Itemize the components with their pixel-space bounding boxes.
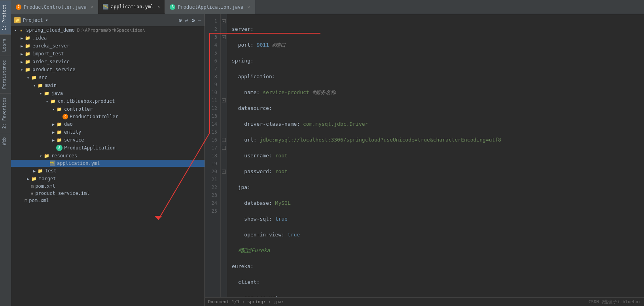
code-line-7: driver-class-name: com.mysql.jdbc.Driver [232,120,639,128]
xml-file-icon: m [31,183,34,189]
tab-close-icon[interactable]: ✕ [248,5,250,9]
code-line-18: service-url: [232,294,639,297]
add-icon[interactable]: ⊕ [178,17,182,23]
fold-16[interactable]: − [221,136,227,144]
tree-item-cn-package[interactable]: ▾ 📁 cn.itbluebox.product [11,97,205,105]
code-editor[interactable]: server: port: 9011 #端口 spring: applicati… [227,14,644,297]
tree-label: cn.itbluebox.product [58,98,115,104]
code-line-13: show-sql: true [232,215,639,223]
yaml-key: spring: [232,58,254,64]
breadcrumb-bar: Document 1/1 › spring: › jpa: CSDN @蓝盒子i… [205,297,644,306]
code-line-15: #配置Eureka [232,247,639,255]
fold-17[interactable]: − [221,144,227,152]
fold-3[interactable]: − [221,33,227,41]
iml-file-icon: ▪ [31,191,34,196]
code-line-8: url: jdbc:mysql://localhost:3306/springc… [232,136,639,144]
tree-arrow: ▶ [19,43,25,49]
tree-item-src[interactable]: ▾ 📁 src [11,74,205,81]
tree-spacer [19,198,25,203]
line-num-10: 10 [205,89,220,96]
tab-product-controller[interactable]: C ProductController.java ✕ [11,0,98,14]
fold-icon: − [222,146,226,150]
minimize-icon[interactable]: — [198,17,201,23]
tree-label: java [51,91,63,96]
tree-spacer [25,183,31,189]
tree-item-resources[interactable]: ▾ 📁 resources [11,152,205,160]
tab-close-active-icon[interactable]: ✕ [157,4,160,9]
fold-20[interactable]: − [221,168,227,176]
tree-item-dao[interactable]: ▶ 📁 dao [11,120,205,128]
fold-18 [221,152,227,160]
yaml-key: password: [232,168,275,174]
tree-item-pom-product[interactable]: m pom.xml [11,183,205,190]
tree-item-order[interactable]: ▶ 📁 order_service [11,58,205,66]
tree-item-application-yml[interactable]: YML application.yml [11,160,205,167]
tree-root[interactable]: ▾ ▪ spring_cloud_demo D:\AProgramWorkSpa… [11,26,205,34]
sidebar-tab-persistence[interactable]: Persistence [0,56,11,93]
yaml-key: port: [232,42,257,48]
sidebar-tab-favorites[interactable]: 2: Favorites [0,93,11,132]
code-line-16: eureka: [232,263,639,270]
yaml-key: database: [232,200,275,206]
settings-icon[interactable]: ⚙ [191,17,195,23]
collapse-icon[interactable]: ⇌ [185,17,188,23]
code-line-5: name: service-product #服务名称 [232,89,639,96]
folder-icon-service: 📁 [56,137,63,143]
folder-icon-root: ▪ [18,27,25,33]
tree-label: pom.xml [29,198,49,203]
tree-item-java[interactable]: ▾ 📁 java [11,89,205,97]
vertical-sidebar: 1: Project Learn Persistence 2: Favorite… [0,0,11,306]
project-panel: 📁 Project ▾ ⊕ ⇌ ⚙ — ▾ ▪ [11,14,205,306]
tree-label: target [39,176,56,181]
tree-item-idea[interactable]: ▶ 📁 .idea [11,34,205,42]
tab-bar: C ProductController.java ✕ YML applicati… [11,0,644,14]
tree-item-product-service[interactable]: ▾ 📁 product_service [11,66,205,74]
sidebar-tab-project[interactable]: 1: Project [0,0,11,34]
tree-item-target[interactable]: ▶ 📁 target [11,175,205,183]
tab-application-yml[interactable]: YML application.yml ✕ [98,0,165,14]
editor-content[interactable]: 1 2 3 4 5 6 7 8 9 10 11 12 13 14 [205,14,644,297]
tab-product-application[interactable]: A ProductApplication.java ✕ [165,0,255,14]
tree-arrow: ▾ [25,75,31,80]
tree-label: service [64,137,84,143]
tree-item-eureka[interactable]: ▶ 📁 eureka_server [11,42,205,50]
tab-close-icon[interactable]: ✕ [91,5,93,9]
tree-item-product-application[interactable]: A ProductApplication [11,144,205,152]
yaml-key: open-in-view: [232,232,288,238]
line-num-23: 23 [205,191,220,199]
folder-icon-import: 📁 [25,51,31,57]
watermark: CSDN @蓝盒子itbluebox [589,299,641,305]
fold-25 [221,207,227,215]
folder-icon-order: 📁 [25,59,31,65]
sidebar-tab-web[interactable]: Web [0,133,11,149]
fold-11[interactable]: − [221,96,227,104]
tree-item-test[interactable]: ▶ 📁 test [11,167,205,175]
tree-item-entity[interactable]: ▶ 📁 entity [11,128,205,136]
fold-21 [221,176,227,183]
yaml-comment: #端口 [272,42,286,48]
tree-item-controller[interactable]: ▾ 📁 controller [11,105,205,113]
panel-title: 📁 Project ▾ [14,17,48,23]
fold-2 [221,25,227,33]
tree-item-product-controller[interactable]: C ProductController [11,113,205,120]
fold-6 [221,57,227,65]
tree-spacer [25,191,31,196]
tree-item-main[interactable]: ▾ 📁 main [11,81,205,89]
fold-1[interactable]: − [221,17,227,25]
tree-arrow: ▾ [38,153,44,159]
sidebar-tab-learn[interactable]: Learn [0,34,11,56]
folder-icon-test: 📁 [37,168,44,174]
tree-item-service[interactable]: ▶ 📁 service [11,136,205,144]
tree-item-iml[interactable]: ▪ product_service.iml [11,190,205,197]
tree-label: ProductController [70,114,118,119]
xml-root-file-icon: m [25,198,27,203]
editor-area: 1 2 3 4 5 6 7 8 9 10 11 12 13 14 [205,14,644,306]
folder-icon-resources: 📁 [44,153,50,159]
tree-label: .idea [32,35,47,41]
yaml-comment: #服务名称 [313,89,336,95]
panel-dropdown-arrow[interactable]: ▾ [45,17,48,23]
line-numbers: 1 2 3 4 5 6 7 8 9 10 11 12 13 14 [205,14,221,297]
tree-item-pom-root[interactable]: m pom.xml [11,197,205,204]
tree-item-import[interactable]: ▶ 📁 import_test [11,50,205,58]
yaml-key: username: [232,153,275,159]
